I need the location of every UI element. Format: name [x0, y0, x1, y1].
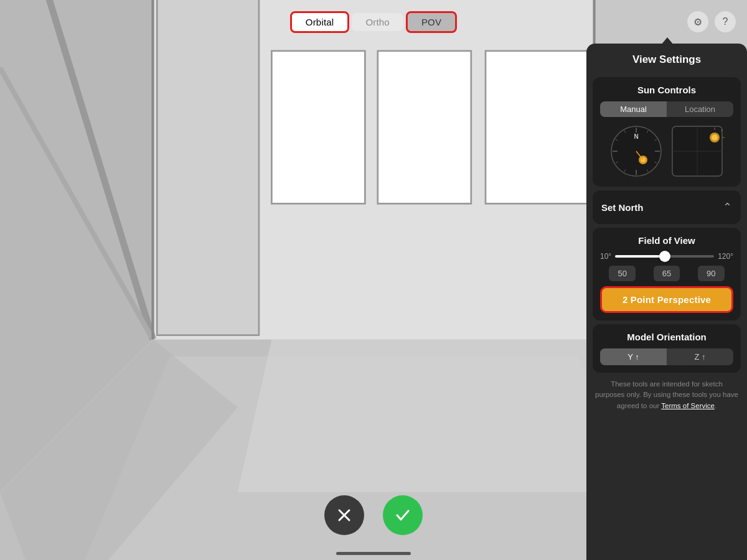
svg-point-43	[712, 134, 718, 141]
set-north-section: Set North ⌃	[593, 190, 741, 224]
manual-tab[interactable]: Manual	[600, 101, 667, 117]
model-orientation-section: Model Orientation Y ↑ Z ↑	[593, 324, 741, 373]
y-up-button[interactable]: Y ↑	[600, 348, 667, 365]
fov-min-label: 10°	[600, 252, 611, 261]
svg-rect-5	[157, 0, 259, 335]
fov-preset-90[interactable]: 90	[698, 266, 724, 281]
sun-controls-tabs: Manual Location	[600, 101, 733, 117]
sun-controls-section: Sun Controls Manual Location	[593, 77, 741, 187]
fov-slider[interactable]	[615, 255, 714, 258]
bottom-buttons	[324, 495, 423, 535]
fov-slider-row: 10° 120°	[600, 252, 733, 261]
sun-controls-heading: Sun Controls	[600, 85, 733, 95]
disclaimer-text: These tools are intended for sketch purp…	[593, 379, 741, 411]
set-north-heading: Set North	[601, 202, 644, 213]
right-panel: View Settings Sun Controls Manual Locati…	[586, 44, 747, 560]
fov-max-label: 120°	[718, 252, 733, 261]
cancel-button[interactable]	[324, 495, 364, 535]
svg-text:N: N	[634, 133, 638, 140]
view-toggle-group: Orbital Ortho POV	[290, 11, 457, 33]
top-right-icons: ⚙ ?	[687, 11, 736, 32]
svg-rect-7	[271, 51, 365, 203]
pov-button[interactable]: POV	[406, 11, 457, 33]
sun-altitude-dial[interactable]	[669, 123, 725, 179]
svg-rect-9	[378, 51, 471, 203]
model-orientation-tabs: Y ↑ Z ↑	[600, 348, 733, 365]
model-orientation-heading: Model Orientation	[600, 332, 733, 342]
location-tab[interactable]: Location	[667, 101, 733, 117]
confirm-button[interactable]	[383, 495, 423, 535]
svg-marker-21	[238, 339, 637, 492]
fov-preset-65[interactable]: 65	[654, 266, 680, 281]
fov-preset-50[interactable]: 50	[609, 266, 635, 281]
field-of-view-section: Field of View 10° 120° 50 65 90 2 Point …	[593, 228, 741, 320]
orbital-button[interactable]: Orbital	[290, 11, 350, 33]
home-indicator	[336, 552, 411, 555]
help-icon-button[interactable]: ?	[715, 11, 736, 32]
svg-rect-11	[486, 51, 588, 203]
settings-icon-button[interactable]: ⚙	[687, 11, 708, 32]
two-point-perspective-button[interactable]: 2 Point Perspective	[600, 286, 733, 313]
dials-row: N	[600, 123, 733, 179]
north-dial[interactable]: N	[608, 123, 664, 179]
terms-of-service-link[interactable]: Terms of Service	[661, 402, 715, 409]
fov-presets: 50 65 90	[600, 266, 733, 281]
ortho-button[interactable]: Ortho	[352, 13, 403, 31]
fov-heading: Field of View	[600, 235, 733, 246]
chevron-up-icon: ⌃	[723, 200, 732, 214]
panel-title: View Settings	[586, 44, 747, 73]
set-north-row: Set North ⌃	[600, 198, 733, 217]
z-up-button[interactable]: Z ↑	[667, 348, 733, 365]
